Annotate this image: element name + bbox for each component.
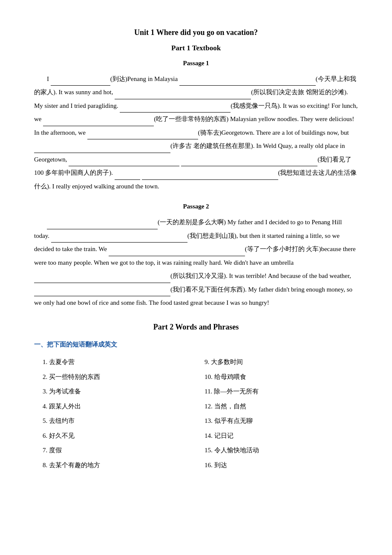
list-item: 2. 买一些特别的东西10. 给母鸡喂食 xyxy=(34,370,358,384)
blank-10 xyxy=(115,179,140,180)
words-col-left: 6. 好久不见 xyxy=(34,428,196,443)
words-col-left: 2. 买一些特别的东西 xyxy=(34,370,196,384)
blank-5 xyxy=(43,126,154,126)
words-col-right: 16. 到达 xyxy=(196,458,358,473)
list-item: 8. 去某个有趣的地方16. 到达 xyxy=(34,458,358,473)
words-col-left: 4. 跟某人外出 xyxy=(34,399,196,414)
words-col-right: 12. 当然，自然 xyxy=(196,399,358,414)
passage2-block: Passage 2 (一天的差别是多么大啊) My father and I d… xyxy=(34,201,358,310)
blank-p2-2 xyxy=(51,242,187,243)
list-item: 6. 好久不见14. 记日记 xyxy=(34,428,358,443)
blank-6 xyxy=(87,139,198,139)
list-item: 7. 度假15. 令人愉快地活动 xyxy=(34,443,358,458)
words-col-right: 11. 除—外一无所有 xyxy=(196,384,358,399)
blank-p2-5 xyxy=(34,296,170,296)
blank-p2-4 xyxy=(34,283,170,283)
words-col-left: 5. 去纽约市 xyxy=(34,413,196,428)
list-item: 5. 去纽约市13. 似乎有点无聊 xyxy=(34,413,358,428)
blank-9 xyxy=(181,166,317,166)
blank-11 xyxy=(142,179,278,180)
words-col-right: 9. 大多数时间 xyxy=(196,355,358,370)
part2-section: Part 2 Words and Phrases 一、把下面的短语翻译成英文 1… xyxy=(34,320,358,472)
words-col-right: 15. 令人愉快地活动 xyxy=(196,443,358,458)
words-col-left: 7. 度假 xyxy=(34,443,196,458)
passage2-title: Passage 2 xyxy=(34,201,358,212)
unit-title: Unit 1 Where did you go on vacation? xyxy=(34,26,358,39)
list-item: 1. 去夏令营9. 大多数时间 xyxy=(34,355,358,370)
blank-p2-3 xyxy=(109,256,245,256)
words-col-right: 13. 似乎有点无聊 xyxy=(196,413,358,428)
list-item: 4. 跟某人外出12. 当然，自然 xyxy=(34,399,358,414)
part2-title: Part 2 Words and Phrases xyxy=(34,320,358,334)
words-col-left: 1. 去夏令营 xyxy=(34,355,196,370)
blank-2 xyxy=(179,85,316,86)
words-col-right: 10. 给母鸡喂食 xyxy=(196,370,358,384)
words-col-left: 3. 为考试准备 xyxy=(34,384,196,399)
blank-7 xyxy=(34,153,170,153)
blank-4 xyxy=(120,112,231,113)
blank-p2-1 xyxy=(47,229,158,229)
blank-8 xyxy=(69,166,179,166)
passage1-text: I (到达)Penang in Malaysia (今天早上和我 的家人). I… xyxy=(34,72,358,194)
passage1-block: Passage 1 I (到达)Penang in Malaysia (今天早上… xyxy=(34,58,358,194)
blank-1 xyxy=(51,85,110,86)
section1-heading: 一、把下面的短语翻译成英文 xyxy=(34,339,358,350)
words-list: 1. 去夏令营9. 大多数时间2. 买一些特别的东西10. 给母鸡喂食3. 为考… xyxy=(34,355,358,472)
part1-title: Part 1 Textbook xyxy=(34,42,358,55)
words-col-right: 14. 记日记 xyxy=(196,428,358,443)
list-item: 3. 为考试准备11. 除—外一无所有 xyxy=(34,384,358,399)
words-col-left: 8. 去某个有趣的地方 xyxy=(34,458,196,473)
passage2-text: (一天的差别是多么大啊) My father and I decided to … xyxy=(34,216,358,310)
blank-3 xyxy=(115,99,251,99)
passage1-title: Passage 1 xyxy=(34,58,358,69)
